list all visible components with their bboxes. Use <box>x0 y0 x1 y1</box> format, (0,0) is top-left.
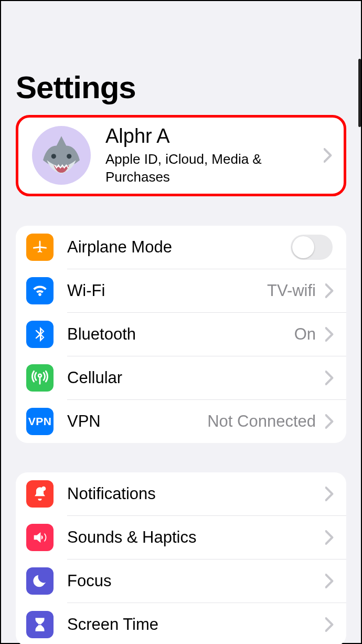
chevron-right-icon <box>325 371 334 385</box>
speaker-icon <box>26 524 54 551</box>
vpn-label: VPN <box>67 412 207 431</box>
chevron-right-icon <box>325 574 334 588</box>
bluetooth-label: Bluetooth <box>67 325 294 344</box>
chevron-right-icon <box>325 327 334 342</box>
account-name: Alphr A <box>105 125 324 147</box>
cellular-icon <box>26 364 54 392</box>
chevron-right-icon <box>324 148 332 163</box>
svg-point-2 <box>41 486 46 491</box>
vpn-value: Not Connected <box>207 412 316 431</box>
page-title: Settings <box>16 69 346 105</box>
wifi-icon <box>26 277 54 304</box>
sounds-row[interactable]: Sounds & Haptics <box>16 516 346 559</box>
wifi-label: Wi-Fi <box>67 281 267 300</box>
screen-time-label: Screen Time <box>67 615 323 634</box>
chevron-right-icon <box>325 283 334 298</box>
notifications-label: Notifications <box>67 484 323 503</box>
connectivity-group: Airplane Mode Wi-Fi TV-wifi Bluetooth On <box>16 226 346 443</box>
vpn-icon-text: VPN <box>28 415 52 428</box>
wifi-value: TV-wifi <box>267 281 316 300</box>
settings-screen: Settings Alphr A Apple ID, iCloud, Media… <box>0 0 362 644</box>
chevron-right-icon <box>325 414 334 429</box>
bluetooth-icon <box>26 321 54 348</box>
cellular-row[interactable]: Cellular <box>16 356 346 399</box>
wifi-row[interactable]: Wi-Fi TV-wifi <box>16 269 346 312</box>
airplane-label: Airplane Mode <box>67 238 291 257</box>
vpn-row[interactable]: VPN VPN Not Connected <box>16 400 346 443</box>
chevron-right-icon <box>325 487 334 501</box>
airplane-icon <box>26 234 54 261</box>
screen-time-row[interactable]: Screen Time <box>16 603 346 644</box>
apple-id-text: Alphr A Apple ID, iCloud, Media & Purcha… <box>105 125 324 186</box>
general-group: Notifications Sounds & Haptics Focus Scr… <box>16 472 346 644</box>
cellular-label: Cellular <box>67 368 323 387</box>
sounds-label: Sounds & Haptics <box>67 528 323 547</box>
moon-icon <box>26 567 54 595</box>
airplane-mode-row[interactable]: Airplane Mode <box>16 226 346 269</box>
apple-id-row[interactable]: Alphr A Apple ID, iCloud, Media & Purcha… <box>16 115 346 196</box>
focus-row[interactable]: Focus <box>16 559 346 603</box>
notifications-row[interactable]: Notifications <box>16 472 346 515</box>
bluetooth-row[interactable]: Bluetooth On <box>16 313 346 356</box>
chevron-right-icon <box>325 617 334 632</box>
account-subtitle: Apple ID, iCloud, Media & Purchases <box>105 151 263 186</box>
scroll-indicator[interactable] <box>358 59 361 127</box>
chevron-right-icon <box>325 530 334 545</box>
avatar <box>32 126 91 185</box>
bluetooth-value: On <box>294 325 316 344</box>
bell-icon <box>26 480 54 508</box>
svg-point-0 <box>51 154 56 159</box>
shark-icon <box>37 131 86 180</box>
airplane-toggle[interactable] <box>291 235 333 260</box>
focus-label: Focus <box>67 572 323 590</box>
hourglass-icon <box>26 611 54 638</box>
vpn-icon: VPN <box>26 408 54 435</box>
svg-point-1 <box>67 154 71 159</box>
